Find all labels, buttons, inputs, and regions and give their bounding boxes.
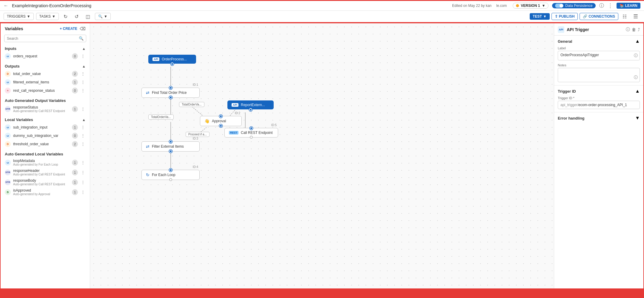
more-options-icon[interactable]: ⋮: [608, 2, 613, 9]
label-help-icon[interactable]: ⓘ: [634, 53, 638, 58]
create-variable-button[interactable]: + CREATE: [60, 27, 77, 31]
search-input[interactable]: [7, 36, 79, 41]
locals-section-header[interactable]: Local Variables ▲: [1, 116, 90, 123]
sidebar-collapse-button[interactable]: ⌫: [80, 26, 86, 31]
notes-help-icon[interactable]: ⓘ: [634, 75, 638, 80]
test-button[interactable]: TEST ▼: [530, 13, 550, 20]
var-badge: 0: [72, 133, 78, 139]
outputs-chevron: ▲: [82, 64, 86, 68]
version-label: VERSION 1: [521, 4, 540, 8]
node-api-badge: API: [152, 57, 159, 61]
list-item[interactable]: ω loopMetadata Auto-generated by For Eac…: [1, 158, 90, 167]
search-box: 🔍: [4, 35, 86, 42]
toolbar2: TRIGGERS ▼ TASKS ▼ ↻ ↺ ◫ 🔍 ▼ TEST ▼ ⇧ PU…: [0, 11, 644, 23]
menu-button[interactable]: ☰: [631, 12, 640, 21]
filter-external-node[interactable]: ID:3 ⇄ Filter External Items: [141, 141, 200, 152]
connections-button[interactable]: 🔗 CONNECTIONS: [580, 13, 618, 20]
node-icon: ↻: [146, 172, 150, 177]
list-item[interactable]: B isApproved Auto-generated by Approval …: [1, 187, 90, 197]
toggle-knob: [560, 4, 563, 7]
var-more-icon[interactable]: ⋮: [80, 107, 86, 111]
call-rest-node[interactable]: ID:5 REST Call REST Endpoint: [224, 128, 278, 137]
var-more-icon[interactable]: ⋮: [80, 71, 86, 76]
node-id: ID:4: [193, 165, 198, 169]
list-item[interactable]: ω sub_integration_input 1 ⋮: [1, 123, 90, 132]
var-more-icon[interactable]: ⋮: [80, 54, 86, 59]
sidebar-title: Variables: [5, 26, 23, 31]
back-button[interactable]: ←: [4, 3, 8, 8]
layout-button[interactable]: ◫: [83, 13, 93, 21]
general-chevron: ▲: [635, 39, 640, 44]
main-layout: Variables + CREATE ⌫ 🔍 Inputs ▲ ω orders…: [0, 23, 644, 289]
list-item[interactable]: STR responseHeader Auto-generated by Cal…: [1, 167, 90, 177]
notes-textarea[interactable]: ⓘ: [558, 68, 640, 82]
report-extern-node[interactable]: API ReportExtern...: [227, 100, 274, 109]
trigger-id-chevron: ▲: [635, 88, 640, 94]
notes-label: Notes: [558, 63, 640, 67]
for-each-node[interactable]: ID:4 ↻ For Each Loop: [141, 170, 200, 180]
list-item[interactable]: STR responseStatus Auto-generated by Cal…: [1, 104, 90, 114]
label-field-label: Label: [558, 46, 640, 50]
list-item[interactable]: ω orders_request 0 ⋮: [1, 52, 90, 60]
var-more-icon[interactable]: ⋮: [80, 170, 86, 175]
undo-button[interactable]: ↻: [61, 13, 70, 21]
toggle-slider: [555, 4, 563, 8]
outputs-label: Outputs: [5, 64, 20, 68]
api-trigger-node[interactable]: API OrderProcess...: [148, 55, 196, 64]
connector-dot: [219, 115, 222, 118]
var-more-icon[interactable]: ⋮: [80, 142, 86, 146]
var-more-icon[interactable]: ⋮: [80, 160, 86, 165]
var-more-icon[interactable]: ⋮: [80, 125, 86, 130]
list-item[interactable]: D total_order_value 2 ⋮: [1, 70, 90, 78]
redo-button[interactable]: ↺: [72, 13, 81, 21]
error-handling-section[interactable]: Error handling ▼: [554, 112, 643, 124]
search-icon: 🔍: [79, 36, 84, 41]
node-id: ID:2: [235, 111, 240, 115]
label-input[interactable]: OrderProcessApiTrigger ⓘ: [558, 51, 640, 60]
zoom-button[interactable]: 🔍 ▼: [95, 13, 111, 20]
var-more-icon[interactable]: ⋮: [80, 88, 86, 93]
trigger-id-value: ecom-order-processing_API_1: [578, 103, 627, 107]
trigger-id-input[interactable]: api_trigger/ecom-order-processing_API_1: [558, 101, 640, 109]
learn-button[interactable]: 📚 LEARN: [617, 3, 640, 9]
help-icon[interactable]: ⓘ: [626, 27, 630, 32]
triggers-button[interactable]: TRIGGERS ▼: [4, 13, 34, 20]
test-chevron: ▼: [543, 14, 547, 19]
approval-node[interactable]: ID:2 👋 Approval: [200, 116, 242, 126]
list-item[interactable]: ≈ rest_call_response_status 0 ⋮: [1, 86, 90, 95]
find-total-node[interactable]: ID:1 ⇄ Find Total Order Price: [141, 88, 200, 98]
list-item[interactable]: STR responseBody Auto-generated by Call …: [1, 177, 90, 187]
var-name: sub_integration_input: [13, 125, 70, 129]
trigger-id-label: Trigger ID *: [558, 96, 640, 100]
outputs-section-header[interactable]: Outputs ▲: [1, 63, 90, 70]
var-badge: 2: [72, 141, 78, 147]
version-badge[interactable]: VERSION 1 ▼: [513, 3, 549, 9]
node-icon: 👋: [204, 119, 209, 123]
list-item[interactable]: D threshold_order_value 2 ⋮: [1, 140, 90, 148]
delete-icon[interactable]: 🗑: [632, 27, 636, 32]
trigger-id-section-header[interactable]: Trigger ID ▲: [558, 88, 640, 94]
auto-locals-section-header: Auto Generated Local Variables: [1, 151, 90, 158]
chart-button[interactable]: ☷: [620, 13, 629, 21]
node-label: Call REST Endpoint: [241, 131, 273, 135]
flow-label: TotalOrderVa...: [148, 114, 174, 120]
inputs-section-header[interactable]: Inputs ▲: [1, 45, 90, 52]
test-label: TEST: [533, 14, 542, 19]
canvas-area[interactable]: API OrderProcess... ID:1 ⇄ Find Total Or…: [90, 23, 554, 288]
trigger-prefix: api_trigger/: [560, 103, 578, 107]
data-persistence-toggle[interactable]: Data Persistence: [552, 3, 595, 8]
var-more-icon[interactable]: ⋮: [80, 190, 86, 195]
list-item[interactable]: ω dummy_sub_integration_var 0 ⋮: [1, 132, 90, 140]
list-item[interactable]: ω filtered_external_items 1 ⋮: [1, 78, 90, 86]
connector-dot: [219, 124, 222, 127]
info-icon[interactable]: ⓘ: [599, 3, 604, 9]
var-sub: Auto-generated by Call REST Endpoint: [13, 183, 70, 186]
var-more-icon[interactable]: ⋮: [80, 80, 86, 85]
publish-button[interactable]: ⇧ PUBLISH: [551, 13, 578, 20]
var-badge: 0: [72, 88, 78, 94]
var-more-icon[interactable]: ⋮: [80, 133, 86, 138]
var-more-icon[interactable]: ⋮: [80, 180, 86, 185]
tasks-button[interactable]: TASKS ▼: [36, 13, 59, 20]
expand-icon[interactable]: ⤴: [638, 27, 640, 32]
general-section-header[interactable]: General ▲: [558, 39, 640, 44]
